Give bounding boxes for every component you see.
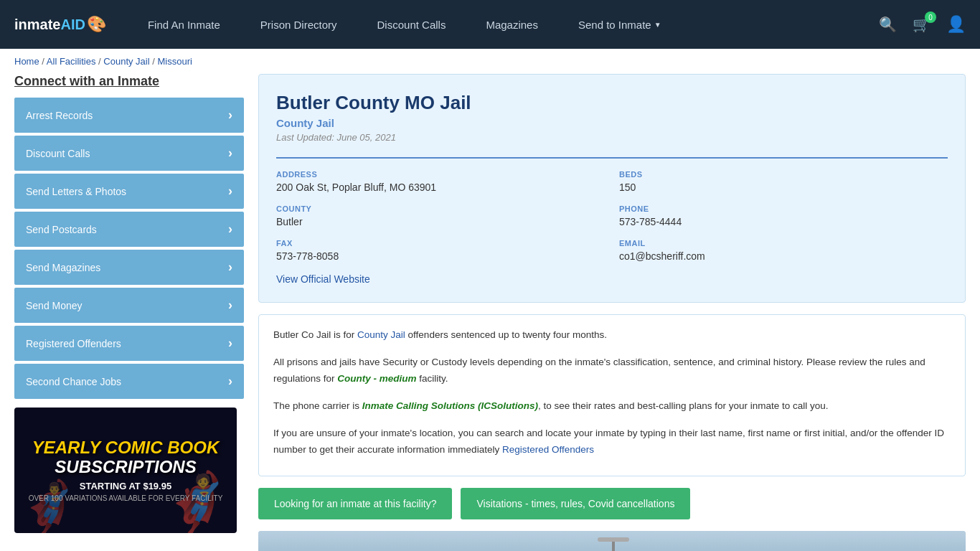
description-section: Butler Co Jail is for County Jail offend… <box>258 314 966 476</box>
desc-p1-end: offenders sentenced up to twenty four mo… <box>405 329 607 340</box>
sidebar-item-send-postcards[interactable]: Send Postcards › <box>14 212 244 247</box>
facility-type: County Jail <box>276 117 948 129</box>
action-buttons: Looking for an inmate at this facility? … <box>258 488 966 519</box>
sidebar-label-discount: Discount Calls <box>26 148 90 159</box>
facility-updated: Last Updated: June 05, 2021 <box>276 132 948 143</box>
sidebar-label-offenders: Registered Offenders <box>26 338 121 349</box>
facility-card: Butler County MO Jail County Jail Last U… <box>258 74 966 303</box>
email-item: EMAIL co1@bcsheriff.com <box>619 239 948 262</box>
breadcrumb-home[interactable]: Home <box>14 56 39 67</box>
county-label: COUNTY <box>276 204 605 213</box>
desc-para-1: Butler Co Jail is for County Jail offend… <box>273 326 951 344</box>
desc-p3-start: The phone carrier is <box>273 400 362 411</box>
breadcrumb-all-facilities[interactable]: All Facilities <box>47 56 96 67</box>
sidebar-ad[interactable]: YEARLY COMIC BOOK SUBSCRIPTIONS STARTING… <box>14 408 237 533</box>
nav-send-to-inmate[interactable]: Send to Inmate ▼ <box>558 0 682 49</box>
dropdown-arrow-icon: ▼ <box>654 21 661 29</box>
search-icon[interactable]: 🔍 <box>879 16 897 33</box>
fax-item: FAX 573-778-8058 <box>276 239 605 262</box>
visitations-button[interactable]: Visitations - times, rules, Covid cancel… <box>461 488 690 519</box>
fax-label: FAX <box>276 239 605 248</box>
sidebar-label-money: Send Money <box>26 300 83 311</box>
registered-offenders-link[interactable]: Registered Offenders <box>502 444 594 455</box>
county-value: Butler <box>276 216 605 227</box>
header-icons: 🔍 🛒 0 👤 <box>879 15 966 34</box>
desc-para-2: All prisons and jails have Security or C… <box>273 354 951 387</box>
sidebar-item-registered-offenders[interactable]: Registered Offenders › <box>14 326 244 361</box>
sidebar-item-send-magazines[interactable]: Send Magazines › <box>14 250 244 285</box>
address-item: ADDRESS 200 Oak St, Poplar Bluff, MO 639… <box>276 170 605 193</box>
sidebar-arrow-icon-4: › <box>228 260 232 275</box>
ad-content: YEARLY COMIC BOOK SUBSCRIPTIONS STARTING… <box>22 431 230 509</box>
breadcrumb-county-jail[interactable]: County Jail <box>103 56 149 67</box>
beds-value: 150 <box>619 182 948 193</box>
ad-subtitle: STARTING AT $19.95 <box>29 481 223 491</box>
email-label: EMAIL <box>619 239 948 248</box>
sidebar-arrow-icon-0: › <box>228 108 232 123</box>
sidebar: Connect with an Inmate Arrest Records › … <box>14 74 244 551</box>
desc-para-4: If you are unsure of your inmate's locat… <box>273 425 951 458</box>
sidebar-arrow-icon-7: › <box>228 374 232 389</box>
ad-title-line1: YEARLY COMIC BOOK <box>29 438 223 457</box>
address-label: ADDRESS <box>276 170 605 179</box>
sidebar-item-second-chance[interactable]: Second Chance Jobs › <box>14 364 244 399</box>
nav-magazines[interactable]: Magazines <box>466 0 558 49</box>
ad-note: OVER 100 VARIATIONS AVAILABLE FOR EVERY … <box>29 494 223 502</box>
ics-link[interactable]: Inmate Calling Solutions (ICSolutions) <box>362 400 538 411</box>
logo-icon: 🎨 <box>87 15 106 34</box>
nav-send-label: Send to Inmate <box>578 19 651 31</box>
address-value: 200 Oak St, Poplar Bluff, MO 63901 <box>276 182 605 193</box>
phone-item: PHONE 573-785-4444 <box>619 204 948 227</box>
desc-p4-main: If you are unsure of your inmate's locat… <box>273 428 944 456</box>
sidebar-item-arrest-records[interactable]: Arrest Records › <box>14 98 244 133</box>
nav-find-inmate[interactable]: Find An Inmate <box>128 0 240 49</box>
logo-aid-text: AID <box>60 17 85 33</box>
county-medium-link[interactable]: County - medium <box>337 373 416 384</box>
sidebar-label-magazines: Send Magazines <box>26 262 100 273</box>
logo[interactable]: inmate AID 🎨 <box>14 15 106 34</box>
sidebar-arrow-icon-6: › <box>228 336 232 351</box>
logo-text: inmate <box>14 17 60 33</box>
image-light <box>598 537 629 542</box>
sidebar-arrow-icon-1: › <box>228 146 232 161</box>
desc-p2-end: facility. <box>417 373 448 384</box>
content-area: Butler County MO Jail County Jail Last U… <box>258 74 966 551</box>
sidebar-item-send-money[interactable]: Send Money › <box>14 288 244 323</box>
facility-info-grid: ADDRESS 200 Oak St, Poplar Bluff, MO 639… <box>276 157 948 262</box>
sidebar-arrow-icon-3: › <box>228 222 232 237</box>
desc-p3-end: , to see their rates and best-calling pl… <box>538 400 828 411</box>
sidebar-label-jobs: Second Chance Jobs <box>26 376 121 387</box>
sidebar-item-send-letters[interactable]: Send Letters & Photos › <box>14 174 244 209</box>
user-icon[interactable]: 👤 <box>946 15 966 34</box>
site-header: inmate AID 🎨 Find An Inmate Prison Direc… <box>0 0 980 49</box>
sidebar-menu: Arrest Records › Discount Calls › Send L… <box>14 98 244 399</box>
fax-value: 573-778-8058 <box>276 250 605 262</box>
sidebar-arrow-icon-2: › <box>228 184 232 199</box>
ad-title-line2: SUBSCRIPTIONS <box>29 458 223 476</box>
email-value: co1@bcsheriff.com <box>619 250 948 262</box>
sidebar-label-postcards: Send Postcards <box>26 224 97 235</box>
nav-prison-directory[interactable]: Prison Directory <box>240 0 357 49</box>
cart-icon[interactable]: 🛒 0 <box>913 16 930 33</box>
beds-item: BEDS 150 <box>619 170 948 193</box>
phone-label: PHONE <box>619 204 948 213</box>
official-website-link[interactable]: View Official Website <box>276 273 370 285</box>
facility-name: Butler County MO Jail <box>276 92 948 114</box>
main-nav: Find An Inmate Prison Directory Discount… <box>128 0 879 49</box>
cart-badge: 0 <box>925 11 936 23</box>
breadcrumb-missouri[interactable]: Missouri <box>157 56 192 67</box>
county-item: COUNTY Butler <box>276 204 605 227</box>
nav-discount-calls[interactable]: Discount Calls <box>357 0 466 49</box>
sidebar-label-arrest: Arrest Records <box>26 110 93 121</box>
sidebar-label-letters: Send Letters & Photos <box>26 186 126 197</box>
sidebar-item-discount-calls[interactable]: Discount Calls › <box>14 136 244 171</box>
beds-label: BEDS <box>619 170 948 179</box>
sidebar-title: Connect with an Inmate <box>14 74 244 89</box>
sidebar-arrow-icon-5: › <box>228 298 232 313</box>
desc-para-3: The phone carrier is Inmate Calling Solu… <box>273 397 951 415</box>
main-layout: Connect with an Inmate Arrest Records › … <box>0 74 980 551</box>
breadcrumb: Home / All Facilities / County Jail / Mi… <box>0 49 980 74</box>
county-jail-link-1[interactable]: County Jail <box>357 329 405 340</box>
desc-p1-start: Butler Co Jail is for <box>273 329 357 340</box>
find-inmate-button[interactable]: Looking for an inmate at this facility? <box>258 488 452 519</box>
